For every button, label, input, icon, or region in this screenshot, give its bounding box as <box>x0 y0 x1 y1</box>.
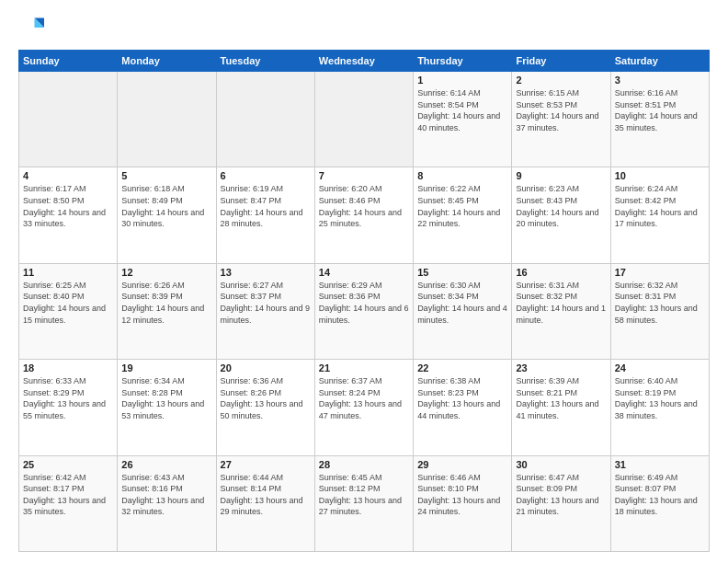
day-info: Sunrise: 6:40 AM Sunset: 8:19 PM Dayligh… <box>615 375 705 421</box>
day-number: 30 <box>516 459 606 470</box>
calendar-header-thursday: Thursday <box>414 51 512 72</box>
calendar-cell-5-2: 26Sunrise: 6:43 AM Sunset: 8:16 PM Dayli… <box>118 455 216 551</box>
day-number: 10 <box>615 170 705 181</box>
calendar-cell-5-5: 29Sunrise: 6:46 AM Sunset: 8:10 PM Dayli… <box>414 455 512 551</box>
calendar-table: SundayMondayTuesdayWednesdayThursdayFrid… <box>18 50 710 552</box>
day-info: Sunrise: 6:20 AM Sunset: 8:46 PM Dayligh… <box>319 183 409 229</box>
day-number: 2 <box>516 75 606 86</box>
day-info: Sunrise: 6:23 AM Sunset: 8:43 PM Dayligh… <box>516 183 606 229</box>
day-number: 27 <box>221 459 311 470</box>
day-info: Sunrise: 6:22 AM Sunset: 8:45 PM Dayligh… <box>417 183 507 229</box>
day-info: Sunrise: 6:32 AM Sunset: 8:31 PM Dayligh… <box>615 280 705 326</box>
day-number: 21 <box>319 362 409 373</box>
day-info: Sunrise: 6:44 AM Sunset: 8:14 PM Dayligh… <box>221 472 311 518</box>
day-number: 3 <box>615 75 705 86</box>
day-number: 31 <box>615 459 705 470</box>
day-info: Sunrise: 6:43 AM Sunset: 8:16 PM Dayligh… <box>121 472 211 518</box>
calendar-cell-4-5: 22Sunrise: 6:38 AM Sunset: 8:23 PM Dayli… <box>414 360 512 455</box>
day-number: 12 <box>121 267 211 278</box>
calendar-week-1: 1Sunrise: 6:14 AM Sunset: 8:54 PM Daylig… <box>19 72 710 167</box>
day-info: Sunrise: 6:18 AM Sunset: 8:49 PM Dayligh… <box>121 183 211 229</box>
day-info: Sunrise: 6:39 AM Sunset: 8:21 PM Dayligh… <box>516 375 606 421</box>
day-info: Sunrise: 6:17 AM Sunset: 8:50 PM Dayligh… <box>23 183 113 229</box>
calendar-week-4: 18Sunrise: 6:33 AM Sunset: 8:29 PM Dayli… <box>19 360 710 455</box>
day-info: Sunrise: 6:16 AM Sunset: 8:51 PM Dayligh… <box>615 87 705 133</box>
calendar-cell-3-1: 11Sunrise: 6:25 AM Sunset: 8:40 PM Dayli… <box>19 263 118 359</box>
calendar-week-2: 4Sunrise: 6:17 AM Sunset: 8:50 PM Daylig… <box>19 167 710 263</box>
day-number: 20 <box>221 362 311 373</box>
calendar-cell-5-1: 25Sunrise: 6:42 AM Sunset: 8:17 PM Dayli… <box>19 455 118 551</box>
day-info: Sunrise: 6:15 AM Sunset: 8:53 PM Dayligh… <box>516 87 606 133</box>
calendar-header-sunday: Sunday <box>19 51 118 72</box>
day-number: 15 <box>417 267 507 278</box>
calendar-cell-4-4: 21Sunrise: 6:37 AM Sunset: 8:24 PM Dayli… <box>314 360 413 455</box>
calendar-cell-1-7: 3Sunrise: 6:16 AM Sunset: 8:51 PM Daylig… <box>610 72 709 167</box>
header <box>18 15 710 40</box>
calendar-cell-3-4: 14Sunrise: 6:29 AM Sunset: 8:36 PM Dayli… <box>314 263 413 359</box>
calendar-cell-5-7: 31Sunrise: 6:49 AM Sunset: 8:07 PM Dayli… <box>610 455 709 551</box>
day-number: 28 <box>319 459 409 470</box>
day-info: Sunrise: 6:36 AM Sunset: 8:26 PM Dayligh… <box>221 375 311 421</box>
logo-icon <box>18 15 44 40</box>
day-info: Sunrise: 6:26 AM Sunset: 8:39 PM Dayligh… <box>121 280 211 326</box>
day-number: 24 <box>615 362 705 373</box>
day-info: Sunrise: 6:38 AM Sunset: 8:23 PM Dayligh… <box>417 375 507 421</box>
calendar-cell-2-5: 8Sunrise: 6:22 AM Sunset: 8:45 PM Daylig… <box>414 167 512 263</box>
calendar-cell-3-3: 13Sunrise: 6:27 AM Sunset: 8:37 PM Dayli… <box>216 263 314 359</box>
calendar-cell-3-5: 15Sunrise: 6:30 AM Sunset: 8:34 PM Dayli… <box>414 263 512 359</box>
calendar-cell-1-5: 1Sunrise: 6:14 AM Sunset: 8:54 PM Daylig… <box>414 72 512 167</box>
day-info: Sunrise: 6:25 AM Sunset: 8:40 PM Dayligh… <box>23 280 113 326</box>
calendar-cell-4-2: 19Sunrise: 6:34 AM Sunset: 8:28 PM Dayli… <box>118 360 216 455</box>
calendar-cell-1-2 <box>118 72 216 167</box>
day-info: Sunrise: 6:19 AM Sunset: 8:47 PM Dayligh… <box>221 183 311 229</box>
page: SundayMondayTuesdayWednesdayThursdayFrid… <box>0 0 728 563</box>
day-info: Sunrise: 6:24 AM Sunset: 8:42 PM Dayligh… <box>615 183 705 229</box>
calendar-cell-2-7: 10Sunrise: 6:24 AM Sunset: 8:42 PM Dayli… <box>610 167 709 263</box>
calendar-cell-1-4 <box>314 72 413 167</box>
calendar-week-3: 11Sunrise: 6:25 AM Sunset: 8:40 PM Dayli… <box>19 263 710 359</box>
calendar-cell-3-7: 17Sunrise: 6:32 AM Sunset: 8:31 PM Dayli… <box>610 263 709 359</box>
day-number: 23 <box>516 362 606 373</box>
calendar-cell-1-3 <box>216 72 314 167</box>
calendar-cell-5-3: 27Sunrise: 6:44 AM Sunset: 8:14 PM Dayli… <box>216 455 314 551</box>
day-number: 11 <box>23 267 113 278</box>
day-number: 1 <box>417 75 507 86</box>
day-number: 8 <box>417 170 507 181</box>
calendar-cell-4-3: 20Sunrise: 6:36 AM Sunset: 8:26 PM Dayli… <box>216 360 314 455</box>
day-info: Sunrise: 6:31 AM Sunset: 8:32 PM Dayligh… <box>516 280 606 326</box>
day-number: 14 <box>319 267 409 278</box>
calendar-cell-1-6: 2Sunrise: 6:15 AM Sunset: 8:53 PM Daylig… <box>512 72 610 167</box>
calendar-cell-2-3: 6Sunrise: 6:19 AM Sunset: 8:47 PM Daylig… <box>216 167 314 263</box>
day-info: Sunrise: 6:49 AM Sunset: 8:07 PM Dayligh… <box>615 472 705 518</box>
day-info: Sunrise: 6:29 AM Sunset: 8:36 PM Dayligh… <box>319 280 409 326</box>
day-info: Sunrise: 6:46 AM Sunset: 8:10 PM Dayligh… <box>417 472 507 518</box>
day-number: 7 <box>319 170 409 181</box>
day-info: Sunrise: 6:42 AM Sunset: 8:17 PM Dayligh… <box>23 472 113 518</box>
calendar-header-row: SundayMondayTuesdayWednesdayThursdayFrid… <box>19 51 710 72</box>
calendar-cell-2-6: 9Sunrise: 6:23 AM Sunset: 8:43 PM Daylig… <box>512 167 610 263</box>
day-number: 25 <box>23 459 113 470</box>
calendar-cell-3-6: 16Sunrise: 6:31 AM Sunset: 8:32 PM Dayli… <box>512 263 610 359</box>
calendar-cell-2-1: 4Sunrise: 6:17 AM Sunset: 8:50 PM Daylig… <box>19 167 118 263</box>
calendar-cell-2-2: 5Sunrise: 6:18 AM Sunset: 8:49 PM Daylig… <box>118 167 216 263</box>
calendar-cell-5-6: 30Sunrise: 6:47 AM Sunset: 8:09 PM Dayli… <box>512 455 610 551</box>
calendar-cell-1-1 <box>19 72 118 167</box>
day-number: 18 <box>23 362 113 373</box>
day-info: Sunrise: 6:27 AM Sunset: 8:37 PM Dayligh… <box>221 280 311 326</box>
day-info: Sunrise: 6:45 AM Sunset: 8:12 PM Dayligh… <box>319 472 409 518</box>
day-number: 16 <box>516 267 606 278</box>
day-number: 17 <box>615 267 705 278</box>
day-number: 22 <box>417 362 507 373</box>
day-number: 29 <box>417 459 507 470</box>
calendar-cell-4-6: 23Sunrise: 6:39 AM Sunset: 8:21 PM Dayli… <box>512 360 610 455</box>
day-number: 19 <box>121 362 211 373</box>
calendar-cell-4-7: 24Sunrise: 6:40 AM Sunset: 8:19 PM Dayli… <box>610 360 709 455</box>
day-info: Sunrise: 6:34 AM Sunset: 8:28 PM Dayligh… <box>121 375 211 421</box>
day-number: 5 <box>121 170 211 181</box>
day-number: 6 <box>221 170 311 181</box>
day-info: Sunrise: 6:30 AM Sunset: 8:34 PM Dayligh… <box>417 280 507 326</box>
day-number: 13 <box>221 267 311 278</box>
day-number: 9 <box>516 170 606 181</box>
calendar-cell-3-2: 12Sunrise: 6:26 AM Sunset: 8:39 PM Dayli… <box>118 263 216 359</box>
logo <box>18 15 48 40</box>
